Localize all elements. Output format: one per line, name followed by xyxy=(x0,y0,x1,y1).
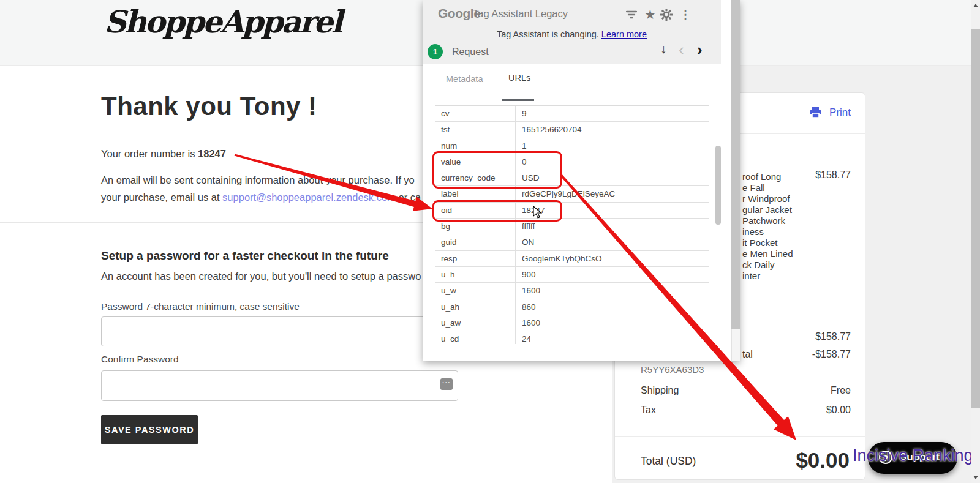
printer-icon xyxy=(810,107,821,118)
table-row: u_w1600 xyxy=(435,283,709,299)
site-logo: ShoppeApparel xyxy=(104,4,341,40)
tabs-divider xyxy=(423,103,740,103)
order-number: 18247 xyxy=(198,148,226,159)
chevron-left-icon[interactable]: ‹ xyxy=(679,40,684,59)
order-number-prefix: Your order number is xyxy=(101,148,198,159)
help-icon: ? xyxy=(879,451,892,464)
tax-value: $0.00 xyxy=(826,405,851,416)
shipping-value: Free xyxy=(831,385,851,396)
email-line2-suffix: or ca xyxy=(396,192,421,203)
confirm-password-label: Confirm Password xyxy=(101,354,179,365)
download-icon[interactable]: ↓ xyxy=(660,42,667,56)
scroll-down-arrow-icon[interactable] xyxy=(973,476,978,479)
table-row: u_cd24 xyxy=(435,331,709,344)
password-manager-icon[interactable]: ··· xyxy=(440,378,453,390)
table-row: u_h900 xyxy=(435,267,709,283)
setup-password-subtext: An account has been created for you, but… xyxy=(101,271,421,282)
shipping-label: Shipping xyxy=(641,385,679,396)
table-row: cv9 xyxy=(435,106,709,122)
scroll-up-arrow-icon[interactable] xyxy=(973,4,978,7)
password-input[interactable] xyxy=(101,316,458,346)
panel-scrollbar-thumb[interactable] xyxy=(731,0,740,329)
subtotal-value: $158.77 xyxy=(815,331,851,342)
table-row: fst1651256620704 xyxy=(435,122,709,138)
gear-icon[interactable] xyxy=(660,9,673,21)
request-label: Request xyxy=(452,47,489,58)
confirm-password-input[interactable] xyxy=(101,370,458,401)
table-row: respGooglemKTybQhCsO xyxy=(435,251,709,267)
print-label: Print xyxy=(829,107,851,118)
table-row: u_aw1600 xyxy=(435,315,709,331)
table-row: guidON xyxy=(435,234,709,250)
star-icon[interactable]: ★ xyxy=(644,7,656,22)
print-button[interactable]: Print xyxy=(810,107,851,121)
notice-text: Tag Assistant is changing. xyxy=(497,29,601,39)
page-title: Thank you Tony ! xyxy=(101,92,317,121)
tab-urls[interactable]: URLs xyxy=(508,73,530,83)
filter-icon[interactable] xyxy=(626,10,637,19)
section-divider xyxy=(0,222,423,223)
coupon-code: R5YY6XA63D3 xyxy=(641,364,704,375)
overflow-menu-icon[interactable]: ⋮ xyxy=(680,8,691,21)
support-email-link[interactable]: support@shoppeapparel.zendesk.com xyxy=(222,192,396,203)
tax-label: Tax xyxy=(641,405,656,416)
support-label: Support xyxy=(900,451,940,463)
request-count-badge: 1 xyxy=(428,44,443,59)
item-title-fragments: roof Long e Fall r Windproof gular Jacke… xyxy=(742,171,793,282)
total-value: $0.00 xyxy=(796,448,850,473)
support-button[interactable]: ? Support xyxy=(868,442,957,474)
tab-metadata[interactable]: Metadata xyxy=(446,74,483,84)
email-line2-prefix: your purchase, email us at xyxy=(101,192,222,203)
discount-value: -$158.77 xyxy=(812,349,851,360)
learn-more-link[interactable]: Learn more xyxy=(601,29,647,39)
order-number-line: Your order number is 18247 xyxy=(101,148,226,160)
browser-scrollbar[interactable] xyxy=(971,0,980,483)
total-label: Total (USD) xyxy=(641,455,696,468)
password-label: Password 7-character minimum, case sensi… xyxy=(101,301,300,312)
item-price: $158.77 xyxy=(815,170,851,181)
chevron-right-icon[interactable]: › xyxy=(697,40,703,59)
highlight-box-value-currency xyxy=(432,151,562,189)
email-line1: An email will be sent containing informa… xyxy=(101,174,415,185)
table-row: u_ah860 xyxy=(435,299,709,315)
notice-bar: Tag Assistant is changing. Learn more xyxy=(423,29,721,39)
discount-label-fragment: tal xyxy=(742,349,753,360)
url-params-table: cv9 fst1651256620704 num1 value0 currenc… xyxy=(435,105,709,344)
setup-password-heading: Setup a password for a faster checkout i… xyxy=(101,249,389,263)
highlight-box-oid xyxy=(432,200,562,222)
save-password-button[interactable]: SAVE PASSWORD xyxy=(101,415,198,444)
scrollbar-thumb[interactable] xyxy=(971,29,980,408)
total-divider xyxy=(615,436,865,437)
tag-assistant-title: Tag Assistant Legacy xyxy=(473,8,568,20)
table-scrollbar-thumb[interactable] xyxy=(715,146,721,225)
active-tab-underline xyxy=(502,99,534,101)
